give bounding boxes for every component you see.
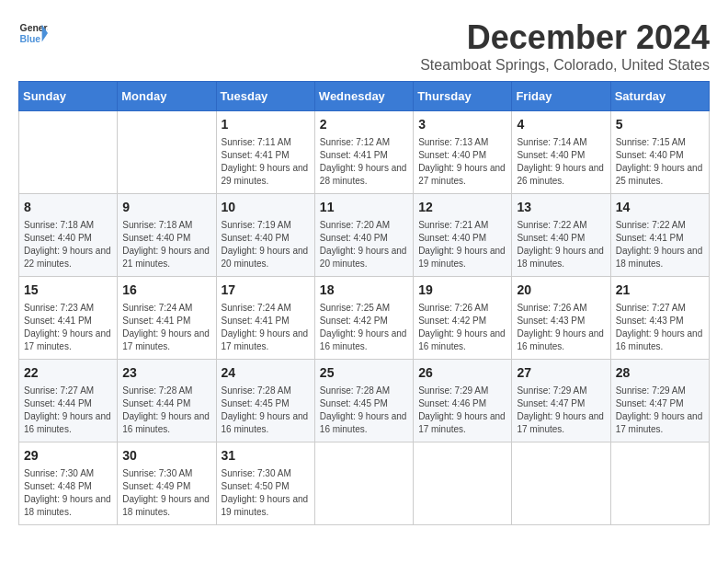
day-number: 23 [122, 364, 210, 383]
page-header: General Blue December 2024 Steamboat Spr… [18, 18, 710, 74]
day-number: 21 [616, 282, 704, 300]
day-number: 1 [222, 116, 310, 134]
day-info: Sunrise: 7:13 AMSunset: 4:40 PMDaylight:… [418, 136, 506, 188]
day-number: 11 [320, 199, 408, 217]
calendar-day-cell: 9Sunrise: 7:18 AMSunset: 4:40 PMDaylight… [118, 194, 216, 277]
calendar-day-cell: 16Sunrise: 7:24 AMSunset: 4:41 PMDayligh… [118, 277, 216, 360]
day-info: Sunrise: 7:25 AMSunset: 4:42 PMDaylight:… [320, 302, 408, 353]
calendar-week-row: 1Sunrise: 7:11 AMSunset: 4:41 PMDaylight… [19, 111, 710, 194]
calendar-day-cell: 19Sunrise: 7:26 AMSunset: 4:42 PMDayligh… [414, 277, 512, 360]
calendar-day-cell: 20Sunrise: 7:26 AMSunset: 4:43 PMDayligh… [512, 277, 610, 360]
day-number: 16 [122, 282, 210, 300]
day-info: Sunrise: 7:30 AMSunset: 4:48 PMDaylight:… [24, 467, 112, 519]
day-number: 24 [222, 364, 310, 383]
calendar-day-cell: 3Sunrise: 7:13 AMSunset: 4:40 PMDaylight… [414, 111, 512, 194]
day-number: 3 [418, 116, 506, 134]
day-number: 12 [418, 199, 506, 217]
weekday-header-friday: Friday [512, 82, 610, 111]
day-info: Sunrise: 7:20 AMSunset: 4:40 PMDaylight:… [320, 219, 408, 270]
weekday-header-wednesday: Wednesday [314, 82, 413, 111]
calendar-empty-cell [414, 442, 512, 525]
calendar-day-cell: 14Sunrise: 7:22 AMSunset: 4:41 PMDayligh… [610, 194, 709, 277]
month-title: December 2024 [420, 18, 710, 57]
day-info: Sunrise: 7:18 AMSunset: 4:40 PMDaylight:… [122, 219, 210, 270]
calendar-day-cell: 22Sunrise: 7:27 AMSunset: 4:44 PMDayligh… [19, 360, 118, 442]
calendar-day-cell: 17Sunrise: 7:24 AMSunset: 4:41 PMDayligh… [216, 277, 314, 360]
weekday-header-tuesday: Tuesday [216, 82, 314, 111]
day-number: 28 [616, 364, 704, 383]
day-number: 14 [616, 199, 704, 217]
day-number: 9 [122, 199, 210, 217]
calendar-day-cell: 13Sunrise: 7:22 AMSunset: 4:40 PMDayligh… [512, 194, 610, 277]
day-info: Sunrise: 7:28 AMSunset: 4:45 PMDaylight:… [320, 385, 408, 436]
calendar-day-cell: 2Sunrise: 7:12 AMSunset: 4:41 PMDaylight… [314, 111, 413, 194]
calendar-day-cell: 5Sunrise: 7:15 AMSunset: 4:40 PMDaylight… [610, 111, 709, 194]
svg-text:Blue: Blue [20, 34, 41, 44]
calendar-day-cell: 1Sunrise: 7:11 AMSunset: 4:41 PMDaylight… [216, 111, 314, 194]
calendar-empty-cell [610, 442, 709, 525]
day-number: 18 [320, 282, 408, 300]
day-info: Sunrise: 7:30 AMSunset: 4:50 PMDaylight:… [222, 467, 310, 519]
day-number: 25 [320, 364, 408, 383]
calendar-week-row: 8Sunrise: 7:18 AMSunset: 4:40 PMDaylight… [19, 194, 710, 277]
calendar-day-cell: 10Sunrise: 7:19 AMSunset: 4:40 PMDayligh… [216, 194, 314, 277]
weekday-header-thursday: Thursday [414, 82, 512, 111]
day-info: Sunrise: 7:28 AMSunset: 4:44 PMDaylight:… [122, 385, 210, 436]
logo-icon: General Blue [18, 18, 48, 48]
calendar-empty-cell [19, 111, 118, 194]
day-info: Sunrise: 7:11 AMSunset: 4:41 PMDaylight:… [222, 136, 310, 188]
day-number: 22 [24, 364, 112, 383]
day-number: 31 [222, 447, 310, 465]
day-info: Sunrise: 7:29 AMSunset: 4:47 PMDaylight:… [517, 385, 605, 436]
weekday-header-sunday: Sunday [19, 82, 118, 111]
day-info: Sunrise: 7:22 AMSunset: 4:41 PMDaylight:… [616, 219, 704, 270]
weekday-header-saturday: Saturday [610, 82, 709, 111]
calendar-day-cell: 23Sunrise: 7:28 AMSunset: 4:44 PMDayligh… [118, 360, 216, 442]
calendar-day-cell: 31Sunrise: 7:30 AMSunset: 4:50 PMDayligh… [216, 442, 314, 525]
day-number: 8 [24, 199, 112, 217]
calendar-day-cell: 26Sunrise: 7:29 AMSunset: 4:46 PMDayligh… [414, 360, 512, 442]
day-info: Sunrise: 7:24 AMSunset: 4:41 PMDaylight:… [222, 302, 310, 353]
day-info: Sunrise: 7:26 AMSunset: 4:42 PMDaylight:… [418, 302, 506, 353]
day-info: Sunrise: 7:30 AMSunset: 4:49 PMDaylight:… [122, 467, 210, 519]
calendar-week-row: 22Sunrise: 7:27 AMSunset: 4:44 PMDayligh… [19, 360, 710, 442]
day-info: Sunrise: 7:18 AMSunset: 4:40 PMDaylight:… [24, 219, 112, 270]
day-info: Sunrise: 7:27 AMSunset: 4:43 PMDaylight:… [616, 302, 704, 353]
calendar-day-cell: 24Sunrise: 7:28 AMSunset: 4:45 PMDayligh… [216, 360, 314, 442]
day-info: Sunrise: 7:24 AMSunset: 4:41 PMDaylight:… [122, 302, 210, 353]
day-number: 15 [24, 282, 112, 300]
day-info: Sunrise: 7:26 AMSunset: 4:43 PMDaylight:… [517, 302, 605, 353]
calendar-day-cell: 11Sunrise: 7:20 AMSunset: 4:40 PMDayligh… [314, 194, 413, 277]
day-number: 27 [517, 364, 605, 383]
calendar-day-cell: 27Sunrise: 7:29 AMSunset: 4:47 PMDayligh… [512, 360, 610, 442]
day-number: 29 [24, 447, 112, 465]
calendar-day-cell: 21Sunrise: 7:27 AMSunset: 4:43 PMDayligh… [610, 277, 709, 360]
day-info: Sunrise: 7:12 AMSunset: 4:41 PMDaylight:… [320, 136, 408, 188]
day-info: Sunrise: 7:22 AMSunset: 4:40 PMDaylight:… [517, 219, 605, 270]
day-number: 19 [418, 282, 506, 300]
calendar-day-cell: 18Sunrise: 7:25 AMSunset: 4:42 PMDayligh… [314, 277, 413, 360]
day-number: 20 [517, 282, 605, 300]
day-number: 30 [122, 447, 210, 465]
day-number: 2 [320, 116, 408, 134]
calendar-day-cell: 25Sunrise: 7:28 AMSunset: 4:45 PMDayligh… [314, 360, 413, 442]
calendar-day-cell: 28Sunrise: 7:29 AMSunset: 4:47 PMDayligh… [610, 360, 709, 442]
day-info: Sunrise: 7:29 AMSunset: 4:46 PMDaylight:… [418, 385, 506, 436]
day-info: Sunrise: 7:14 AMSunset: 4:40 PMDaylight:… [517, 136, 605, 188]
location-title: Steamboat Springs, Colorado, United Stat… [420, 57, 710, 74]
calendar-empty-cell [314, 442, 413, 525]
calendar-day-cell: 29Sunrise: 7:30 AMSunset: 4:48 PMDayligh… [19, 442, 118, 525]
calendar-week-row: 15Sunrise: 7:23 AMSunset: 4:41 PMDayligh… [19, 277, 710, 360]
calendar-day-cell: 30Sunrise: 7:30 AMSunset: 4:49 PMDayligh… [118, 442, 216, 525]
calendar-week-row: 29Sunrise: 7:30 AMSunset: 4:48 PMDayligh… [19, 442, 710, 525]
day-number: 4 [517, 116, 605, 134]
title-section: December 2024 Steamboat Springs, Colorad… [420, 18, 710, 74]
calendar-day-cell: 8Sunrise: 7:18 AMSunset: 4:40 PMDaylight… [19, 194, 118, 277]
calendar-day-cell: 4Sunrise: 7:14 AMSunset: 4:40 PMDaylight… [512, 111, 610, 194]
day-number: 17 [222, 282, 310, 300]
calendar-table: SundayMondayTuesdayWednesdayThursdayFrid… [18, 81, 710, 525]
calendar-empty-cell [512, 442, 610, 525]
day-number: 10 [222, 199, 310, 217]
weekday-header-monday: Monday [118, 82, 216, 111]
calendar-day-cell: 12Sunrise: 7:21 AMSunset: 4:40 PMDayligh… [414, 194, 512, 277]
